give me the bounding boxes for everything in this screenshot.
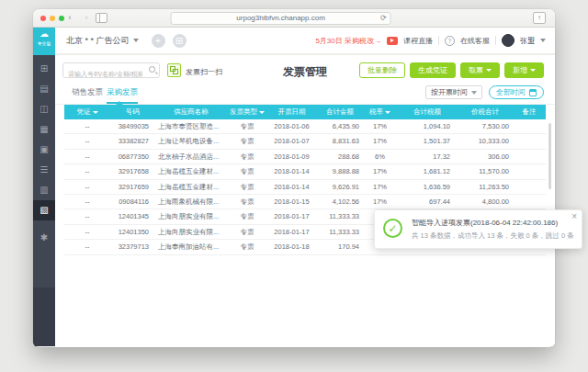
table-header-row: 凭证号码供应商名称发票类型开票日期合计金额税率合计税额价税合计备注 bbox=[64, 105, 546, 119]
table-cell: 12401345 bbox=[110, 209, 154, 223]
table-cell bbox=[513, 180, 546, 194]
table-cell: 北京柚子水晶酒店... bbox=[154, 150, 228, 163]
table-cell bbox=[513, 134, 546, 148]
table-cell: -- bbox=[64, 240, 110, 254]
app-root: ☁ 专业版 ⊞▤◫▦▣☰▥▧✱ 北京 * * 广告公司 + ⊞ 5月30日 采购… bbox=[33, 28, 555, 346]
table-cell: 6% bbox=[363, 150, 397, 163]
table-cell: 06877350 bbox=[110, 150, 154, 163]
date-range-filter[interactable]: 全部时间 bbox=[489, 85, 544, 99]
table-row[interactable]: --33382827上海让琴机电设备...专票2018-01-078,831.6… bbox=[64, 134, 546, 149]
sidebar-item-salary-icon[interactable]: ▥ bbox=[33, 180, 55, 200]
sort-caret-icon bbox=[385, 111, 390, 114]
sidebar-item-checkout-icon[interactable]: ▦ bbox=[33, 119, 55, 140]
apps-grid-icon[interactable]: ⊞ bbox=[173, 34, 187, 48]
tab-sales-invoice[interactable]: 销售发票 bbox=[72, 87, 103, 102]
add-new-button[interactable]: 新增 bbox=[504, 62, 544, 78]
browser-nav-buttons: ‹ › bbox=[64, 12, 92, 24]
active-tab-notch bbox=[116, 101, 123, 105]
table-cell: 10,333.00 bbox=[458, 134, 513, 148]
reload-icon[interactable]: ⟳ bbox=[380, 13, 387, 24]
sidebar-item-invoice-icon[interactable]: ▧ bbox=[33, 200, 55, 220]
desktop-background: ‹ › urpog3hlbfvn.chanapp.com ⟳ ↑ ☁ 专业版 ⊞… bbox=[0, 0, 588, 372]
minimize-window-icon[interactable] bbox=[50, 16, 55, 21]
column-header[interactable]: 凭证 bbox=[64, 105, 110, 119]
table-cell: 8,831.63 bbox=[317, 134, 363, 148]
sort-caret-icon bbox=[259, 111, 265, 114]
column-header[interactable]: 发票类型 bbox=[228, 105, 266, 119]
sort-by-select[interactable]: 按开票时间 bbox=[425, 85, 482, 99]
live-course-link[interactable]: 课程直播 bbox=[403, 36, 433, 46]
table-cell: -- bbox=[64, 195, 110, 209]
forward-icon[interactable]: › bbox=[81, 12, 92, 24]
back-icon[interactable]: ‹ bbox=[64, 12, 75, 24]
sidebar-item-settings-icon[interactable]: ✱ bbox=[33, 228, 55, 248]
close-icon[interactable]: × bbox=[571, 211, 577, 221]
table-cell: 专票 bbox=[228, 164, 266, 178]
table-cell: 专票 bbox=[228, 225, 266, 239]
sidebar-item-ledger-icon[interactable]: ◫ bbox=[33, 99, 55, 119]
app-logo[interactable]: ☁ 专业版 bbox=[33, 28, 55, 55]
add-account-icon[interactable]: + bbox=[152, 34, 165, 48]
user-name[interactable]: 张盟 bbox=[520, 36, 535, 46]
table-cell: 专票 bbox=[228, 180, 266, 194]
table-row[interactable]: --32917658上海岳榄五金建材...专票2018-01-149,888.8… bbox=[64, 164, 546, 179]
online-support-link[interactable]: 在线客服 bbox=[460, 36, 490, 46]
column-header: 合计金额 bbox=[317, 105, 363, 119]
table-cell: 上海岳榄五金建材... bbox=[154, 164, 228, 178]
date-range-value: 全部时间 bbox=[496, 86, 526, 98]
page-title: 发票管理 bbox=[283, 64, 327, 80]
sidebar-item-reports-icon[interactable]: ▣ bbox=[33, 140, 55, 160]
table-cell: 2018-01-18 bbox=[266, 240, 317, 254]
sidebar-item-dashboard-icon[interactable]: ⊞ bbox=[33, 59, 55, 79]
promo-banner[interactable]: 5月30日 采购税改→ bbox=[315, 36, 381, 46]
search-box bbox=[62, 62, 160, 78]
table-row[interactable]: --09084116上海雨象机械有限...专票2018-01-154,102.5… bbox=[64, 195, 546, 209]
table-cell: 17% bbox=[363, 164, 397, 178]
user-menu-chevron-icon[interactable] bbox=[540, 39, 546, 42]
chevron-down-icon bbox=[530, 69, 536, 72]
table-cell: 11,333.33 bbox=[317, 225, 363, 239]
invoice-scan-label[interactable]: 发票扫一扫 bbox=[186, 67, 222, 77]
table-cell: 专票 bbox=[228, 150, 266, 163]
close-window-icon[interactable] bbox=[40, 16, 46, 21]
fetch-invoice-button[interactable]: 取票 bbox=[460, 62, 500, 78]
table-cell: 38499035 bbox=[110, 119, 154, 133]
table-cell: 33382827 bbox=[110, 134, 154, 148]
table-row[interactable]: --38499035上海市奉贤区塑造...专票2018-01-066,435.9… bbox=[64, 119, 546, 134]
table-scrollbar[interactable] bbox=[548, 123, 551, 189]
avatar[interactable] bbox=[502, 34, 514, 47]
generate-voucher-button[interactable]: 生成凭证 bbox=[410, 62, 456, 78]
table-cell: -- bbox=[64, 225, 110, 239]
add-new-label: 新增 bbox=[513, 66, 527, 74]
divider bbox=[438, 36, 439, 45]
address-bar[interactable]: urpog3hlbfvn.chanapp.com ⟳ bbox=[171, 12, 391, 25]
qr-scan-icon[interactable] bbox=[167, 63, 181, 77]
browser-chrome: ‹ › urpog3hlbfvn.chanapp.com ⟳ ↑ bbox=[33, 9, 555, 28]
traffic-lights bbox=[40, 16, 64, 21]
table-cell bbox=[513, 150, 546, 163]
sidebar-item-voucher-icon[interactable]: ▤ bbox=[33, 79, 55, 99]
table-cell: 9,888.88 bbox=[317, 164, 363, 178]
table-cell: 专票 bbox=[228, 240, 266, 254]
table-cell: 上海雨象机械有限... bbox=[154, 195, 228, 209]
table-filters: 按开票时间 全部时间 bbox=[425, 85, 544, 99]
table-cell: 专票 bbox=[228, 119, 266, 133]
batch-delete-button[interactable]: 批量删除 bbox=[359, 62, 405, 78]
search-input[interactable] bbox=[63, 67, 142, 81]
sidebar-item-funds-icon[interactable]: ☰ bbox=[33, 160, 55, 180]
chevron-down-icon bbox=[486, 69, 492, 72]
column-header: 备注 bbox=[513, 105, 546, 119]
sidebar-bottom-panel bbox=[33, 287, 55, 346]
search-icon[interactable] bbox=[149, 66, 155, 73]
table-row[interactable]: --06877350北京柚子水晶酒店...专票2018-01-09288.686… bbox=[64, 150, 546, 164]
table-cell: 上海向朋实业有限... bbox=[154, 209, 228, 223]
table-cell bbox=[513, 195, 546, 209]
table-cell: -- bbox=[64, 134, 110, 148]
calendar-icon bbox=[529, 89, 537, 96]
table-cell: 2018-01-15 bbox=[266, 195, 317, 209]
sidebar-toggle-icon[interactable] bbox=[96, 13, 107, 23]
share-icon[interactable]: ↑ bbox=[533, 12, 546, 24]
column-header[interactable]: 税率 bbox=[363, 105, 397, 119]
company-selector[interactable]: 北京 * * 广告公司 bbox=[66, 35, 139, 47]
table-row[interactable]: --32917659上海岳榄五金建材...专票2018-01-149,626.9… bbox=[64, 180, 546, 195]
